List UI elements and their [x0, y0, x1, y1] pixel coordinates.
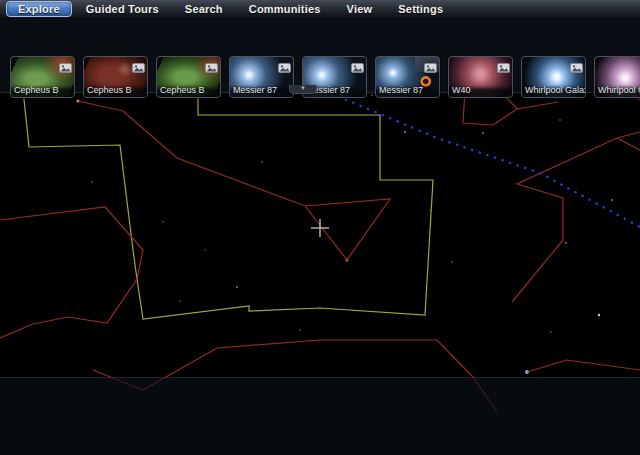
thumbnail-label: Whirlpool Galaxy: [595, 85, 640, 97]
thumbnail-label: Cepheus B: [11, 85, 74, 97]
star: [550, 331, 552, 333]
star: [204, 249, 205, 250]
star: [261, 161, 263, 163]
thumbnail-cepheus-b[interactable]: Cepheus B: [83, 56, 148, 98]
thumbnail-cepheus-b[interactable]: Cepheus B: [10, 56, 75, 98]
star: [236, 286, 238, 288]
thumbnail-label: Cepheus B: [84, 85, 147, 97]
menu-tab-explore[interactable]: Explore: [6, 1, 72, 17]
image-badge-icon: [59, 59, 72, 69]
star: [91, 181, 93, 183]
menu-tab-guided-tours[interactable]: Guided Tours: [74, 1, 171, 17]
thumbnail-messier-87[interactable]: Messier 87: [375, 56, 440, 98]
thumbnail-label: Cepheus B: [157, 85, 220, 97]
menu-tab-settings[interactable]: Settings: [386, 1, 455, 17]
menu-tab-search[interactable]: Search: [173, 1, 235, 17]
star: [482, 132, 484, 134]
star: [404, 131, 406, 133]
star: [611, 199, 613, 201]
thumbnail-label: Messier 87: [230, 85, 293, 97]
star: [429, 209, 430, 210]
star: [598, 314, 600, 316]
star: [179, 300, 181, 302]
thumbnail-label: Messier 87: [376, 85, 439, 97]
menu-tabs: ExploreGuided ToursSearchCommunitiesView…: [6, 1, 457, 17]
collapse-panel-button[interactable]: ▼: [289, 85, 317, 94]
explore-thumbnail-row: Cepheus BCepheus BCepheus BMessier 87Mes…: [10, 56, 640, 98]
star: [565, 242, 567, 244]
image-badge-icon: [497, 59, 510, 69]
top-thumbnail-panel: Cepheus BCepheus BCepheus BMessier 87Mes…: [0, 19, 640, 93]
menu-tab-view[interactable]: View: [335, 1, 385, 17]
image-badge-icon: [351, 59, 364, 69]
imagery-panel: Imagery Digitized Sky Survey (Color) ◀ 1…: [0, 377, 640, 455]
thumbnail-label: Whirlpool Galaxy: [522, 85, 585, 97]
menu-bar: ExploreGuided ToursSearchCommunitiesView…: [0, 0, 640, 19]
image-badge-icon: [424, 59, 437, 69]
star: [299, 329, 301, 331]
thumbnail-cepheus-b[interactable]: Cepheus B: [156, 56, 221, 98]
thumbnail-whirlpool-galaxy[interactable]: Whirlpool Galaxy: [594, 56, 640, 98]
thumbnail-whirlpool-galaxy[interactable]: Whirlpool Galaxy: [521, 56, 586, 98]
thumbnail-messier-87[interactable]: Messier 87: [229, 56, 294, 98]
star: [559, 119, 561, 121]
thumbnail-w40[interactable]: W40: [448, 56, 513, 98]
star: [451, 261, 453, 263]
menu-tab-communities[interactable]: Communities: [237, 1, 333, 17]
thumbnail-label: W40: [449, 85, 512, 97]
worldwide-telescope-app: Cepheus BCepheus BCepheus BMessier 87Mes…: [0, 0, 640, 455]
image-badge-icon: [278, 59, 291, 69]
image-badge-icon: [132, 59, 145, 69]
image-badge-icon: [205, 59, 218, 69]
image-badge-icon: [570, 59, 583, 69]
chevron-down-icon: ▼: [290, 85, 316, 92]
star: [162, 221, 164, 223]
